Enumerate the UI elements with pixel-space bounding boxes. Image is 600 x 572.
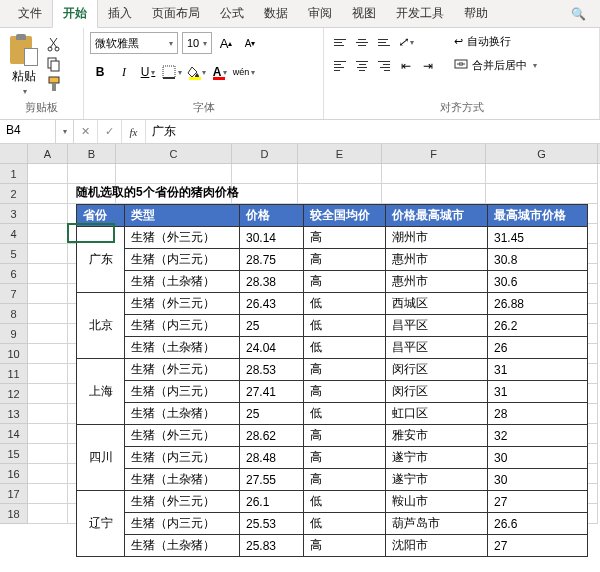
cell[interactable] [486,184,598,204]
font-color-button[interactable]: A▾ [210,62,230,82]
align-middle-button[interactable] [352,32,372,52]
cut-icon[interactable] [46,36,62,52]
align-right-button[interactable] [374,56,394,76]
col-header-A[interactable]: A [28,144,68,163]
col-header-D[interactable]: D [232,144,298,163]
insert-function-button[interactable]: fx [122,120,146,143]
orientation-button[interactable]: ⤢▾ [396,32,416,52]
cell[interactable] [28,164,68,184]
row-header-5[interactable]: 5 [0,244,28,264]
cell[interactable] [28,184,68,204]
cell[interactable] [298,184,382,204]
cell[interactable] [232,184,298,204]
cell[interactable] [232,164,298,184]
row-header-4[interactable]: 4 [0,224,28,244]
row-header-16[interactable]: 16 [0,464,28,484]
tab-8[interactable]: 开发工具 [386,0,454,27]
paste-button[interactable]: 粘贴 ▾ [6,32,42,98]
confirm-edit-button[interactable]: ✓ [98,120,122,143]
row-header-13[interactable]: 13 [0,404,28,424]
cell[interactable] [28,284,68,304]
cell[interactable] [116,164,232,184]
cell[interactable] [382,184,486,204]
row-header-17[interactable]: 17 [0,484,28,504]
tab-3[interactable]: 页面布局 [142,0,210,27]
spreadsheet-grid[interactable]: ABCDEFG 123456789101112131415161718 随机选取… [0,144,600,524]
cell[interactable] [382,164,486,184]
tab-4[interactable]: 公式 [210,0,254,27]
border-button[interactable]: ▾ [162,62,182,82]
cell[interactable] [28,264,68,284]
cells-area[interactable]: 随机选取的5个省份的猪肉价格 省份类型价格较全国均价价格最高城市最高城市价格广东… [28,164,600,524]
row-header-3[interactable]: 3 [0,204,28,224]
tab-9[interactable]: 帮助 [454,0,498,27]
tab-7[interactable]: 视图 [342,0,386,27]
cancel-edit-button[interactable]: ✕ [74,120,98,143]
name-box[interactable]: B4 [0,120,56,143]
cell[interactable] [28,404,68,424]
cell[interactable] [28,444,68,464]
row-header-11[interactable]: 11 [0,364,28,384]
format-painter-icon[interactable] [46,76,62,92]
cell[interactable] [28,324,68,344]
row-header-6[interactable]: 6 [0,264,28,284]
increase-font-button[interactable]: A▴ [216,33,236,53]
tab-2[interactable]: 插入 [98,0,142,27]
cell[interactable] [28,244,68,264]
row-header-15[interactable]: 15 [0,444,28,464]
row-header-14[interactable]: 14 [0,424,28,444]
col-header-G[interactable]: G [486,144,598,163]
col-header-C[interactable]: C [116,144,232,163]
name-box-dropdown[interactable]: ▾ [56,120,74,143]
col-header-B[interactable]: B [68,144,116,163]
tab-6[interactable]: 审阅 [298,0,342,27]
increase-indent-button[interactable]: ⇥ [418,56,438,76]
cell[interactable] [28,344,68,364]
font-name-combo[interactable]: 微软雅黑 ▾ [90,32,178,54]
tab-5[interactable]: 数据 [254,0,298,27]
row-header-8[interactable]: 8 [0,304,28,324]
row-header-1[interactable]: 1 [0,164,28,184]
cell[interactable] [68,164,116,184]
cell[interactable] [28,464,68,484]
fill-color-button[interactable]: ▾ [186,62,206,82]
cell[interactable] [28,384,68,404]
select-all-corner[interactable] [0,144,28,163]
phonetic-button[interactable]: wén▾ [234,62,254,82]
decrease-indent-button[interactable]: ⇤ [396,56,416,76]
row-header-7[interactable]: 7 [0,284,28,304]
wrap-text-button[interactable]: ↩ 自动换行 [450,32,541,51]
merge-center-button[interactable]: 合并后居中 ▾ [450,55,541,75]
row-header-2[interactable]: 2 [0,184,28,204]
font-size-combo[interactable]: 10 ▾ [182,32,212,54]
cell[interactable] [28,304,68,324]
decrease-font-button[interactable]: A▾ [240,33,260,53]
cell[interactable] [28,484,68,504]
search-icon[interactable]: 🔍 [565,1,592,27]
align-left-button[interactable] [330,56,350,76]
data-cell: 27.41 [240,381,304,403]
underline-button[interactable]: U▾ [138,62,158,82]
row-header-10[interactable]: 10 [0,344,28,364]
formula-input[interactable] [146,120,600,143]
align-top-button[interactable] [330,32,350,52]
cell[interactable] [28,224,68,244]
tab-1[interactable]: 开始 [52,0,98,28]
align-bottom-button[interactable] [374,32,394,52]
tab-0[interactable]: 文件 [8,0,52,27]
row-header-9[interactable]: 9 [0,324,28,344]
col-header-E[interactable]: E [298,144,382,163]
italic-button[interactable]: I [114,62,134,82]
align-center-button[interactable] [352,56,372,76]
cell[interactable] [28,424,68,444]
row-header-12[interactable]: 12 [0,384,28,404]
cell[interactable] [486,164,598,184]
col-header-F[interactable]: F [382,144,486,163]
cell[interactable] [298,164,382,184]
cell[interactable] [28,204,68,224]
copy-icon[interactable] [46,56,62,72]
cell[interactable] [28,504,68,524]
cell[interactable] [28,364,68,384]
row-header-18[interactable]: 18 [0,504,28,524]
bold-button[interactable]: B [90,62,110,82]
